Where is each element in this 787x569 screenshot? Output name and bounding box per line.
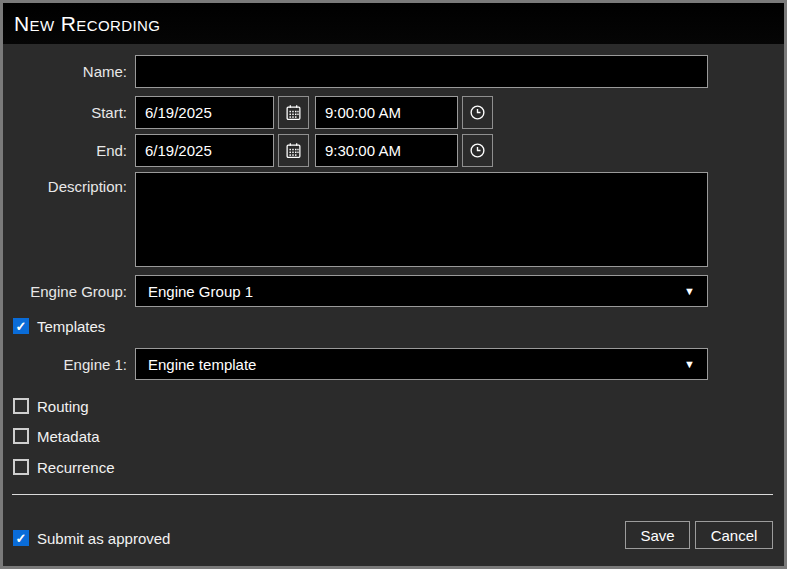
submit-as-approved-checkbox-label: Submit as approved	[37, 530, 170, 547]
templates-checkbox[interactable]	[13, 318, 29, 334]
end-time-picker-button[interactable]	[462, 134, 493, 167]
end-label: End:	[3, 134, 127, 167]
start-time-input[interactable]	[315, 96, 458, 129]
end-date-picker-button[interactable]	[278, 134, 309, 167]
end-date-input[interactable]	[135, 134, 274, 167]
engine-1-selected-value: Engine template	[148, 356, 256, 373]
clock-icon	[469, 142, 486, 159]
recurrence-checkbox-label: Recurrence	[37, 459, 115, 476]
chevron-down-icon: ▼	[684, 359, 695, 370]
name-label: Name:	[3, 55, 127, 88]
engine-group-select[interactable]: Engine Group 1 ▼	[135, 275, 708, 307]
metadata-checkbox-label: Metadata	[37, 428, 100, 445]
start-date-input[interactable]	[135, 96, 274, 129]
metadata-checkbox-row[interactable]: Metadata	[13, 427, 100, 445]
routing-checkbox[interactable]	[13, 398, 29, 414]
name-input[interactable]	[135, 55, 708, 88]
cancel-button[interactable]: Cancel	[695, 521, 773, 549]
metadata-checkbox[interactable]	[13, 428, 29, 444]
templates-checkbox-row[interactable]: Templates	[13, 317, 105, 335]
recurrence-checkbox-row[interactable]: Recurrence	[13, 458, 115, 476]
engine-1-select[interactable]: Engine template ▼	[135, 348, 708, 380]
submit-as-approved-checkbox-row[interactable]: Submit as approved	[13, 529, 170, 547]
footer-divider	[12, 494, 773, 495]
start-label: Start:	[3, 96, 127, 129]
recurrence-checkbox[interactable]	[13, 459, 29, 475]
description-label: Description:	[3, 175, 127, 197]
clock-icon	[469, 104, 486, 121]
chevron-down-icon: ▼	[684, 286, 695, 297]
save-button[interactable]: Save	[625, 521, 690, 549]
calendar-icon	[285, 142, 302, 159]
new-recording-dialog: New Recording Name: Start:	[0, 0, 787, 569]
engine-1-label: Engine 1:	[3, 348, 127, 380]
start-date-picker-button[interactable]	[278, 96, 309, 129]
start-time-picker-button[interactable]	[462, 96, 493, 129]
end-time-input[interactable]	[315, 134, 458, 167]
titlebar: New Recording	[3, 3, 784, 44]
routing-checkbox-label: Routing	[37, 398, 89, 415]
dialog-title: New Recording	[14, 12, 160, 36]
engine-group-selected-value: Engine Group 1	[148, 283, 253, 300]
submit-as-approved-checkbox[interactable]	[13, 530, 29, 546]
description-textarea[interactable]	[135, 172, 708, 267]
templates-checkbox-label: Templates	[37, 318, 105, 335]
engine-group-label: Engine Group:	[3, 275, 127, 307]
calendar-icon	[285, 104, 302, 121]
routing-checkbox-row[interactable]: Routing	[13, 397, 89, 415]
